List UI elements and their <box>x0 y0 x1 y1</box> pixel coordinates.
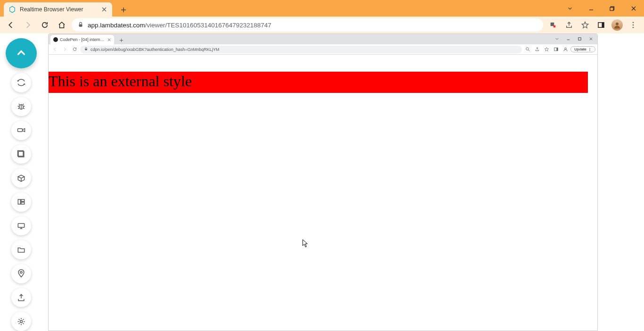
switch-browser-button[interactable] <box>11 73 31 92</box>
remote-forward-button[interactable] <box>60 45 69 54</box>
location-button[interactable] <box>11 264 31 283</box>
svg-rect-15 <box>18 199 20 204</box>
svg-rect-17 <box>21 202 25 204</box>
viewer-area: CodePen - [04] internal-style <box>0 33 644 331</box>
remote-update-button[interactable]: Update <box>570 46 595 52</box>
video-record-button[interactable] <box>11 121 31 140</box>
svg-rect-4 <box>553 25 556 28</box>
remote-toolbar: cdpn.io/pen/debug/xxabGBK?authentication… <box>49 44 597 55</box>
svg-point-8 <box>633 22 634 23</box>
svg-point-7 <box>616 23 619 25</box>
svg-rect-25 <box>556 48 558 50</box>
reload-button[interactable] <box>38 18 52 32</box>
url-text: app.lambdatest.com/viewer/TES10160531401… <box>88 22 537 29</box>
svg-point-9 <box>633 25 634 26</box>
screenshot-button[interactable] <box>11 145 31 164</box>
svg-point-26 <box>564 48 566 50</box>
remote-lock-icon <box>84 47 88 52</box>
device-button[interactable] <box>11 216 31 236</box>
minimize-button[interactable] <box>580 1 602 16</box>
outer-tab-title: Realtime Browser Viewer <box>20 6 97 13</box>
svg-rect-6 <box>602 23 604 28</box>
maximize-button[interactable] <box>602 1 623 16</box>
new-tab-button[interactable] <box>117 3 130 17</box>
remote-close-button[interactable] <box>585 34 596 43</box>
address-bar[interactable]: app.lambdatest.com/viewer/TES10160531401… <box>72 18 543 32</box>
lt-sidebar <box>0 33 42 331</box>
remote-page-content: This is an external style <box>49 55 597 331</box>
remote-zoom-icon[interactable] <box>523 45 532 54</box>
svg-rect-12 <box>18 129 23 132</box>
remote-maximize-button[interactable] <box>574 34 585 43</box>
outer-tab-strip: Realtime Browser Viewer <box>0 0 644 17</box>
remote-new-tab-button[interactable] <box>117 36 125 44</box>
remote-back-button[interactable] <box>50 45 59 54</box>
forward-button[interactable] <box>21 18 35 32</box>
svg-point-20 <box>20 320 23 323</box>
remote-browser-window: CodePen - [04] internal-style <box>48 33 598 331</box>
close-tab-icon[interactable] <box>101 6 107 13</box>
lambdatest-favicon-icon <box>8 6 16 13</box>
remote-tab-dropdown-icon[interactable] <box>551 34 562 43</box>
remote-url-text: cdpn.io/pen/debug/xxabGBK?authentication… <box>91 47 518 52</box>
remote-share-icon[interactable] <box>533 45 541 54</box>
lock-icon <box>77 21 84 29</box>
collapse-sidebar-button[interactable] <box>6 38 37 68</box>
remote-tab-title: CodePen - [04] internal-style <box>60 37 105 42</box>
files-button[interactable] <box>11 240 31 259</box>
svg-point-28 <box>589 49 590 50</box>
menu-icon[interactable] <box>626 18 640 32</box>
extension-icon[interactable] <box>546 18 560 32</box>
side-panel-icon[interactable] <box>594 18 608 32</box>
update-label: Update <box>574 47 586 51</box>
svg-point-27 <box>589 48 590 49</box>
tab-search-dropdown-icon[interactable] <box>559 1 580 16</box>
svg-point-23 <box>526 48 529 50</box>
svg-rect-21 <box>578 37 580 40</box>
svg-rect-16 <box>21 199 25 201</box>
settings-button[interactable] <box>11 312 31 331</box>
svg-point-10 <box>633 27 634 28</box>
share-icon[interactable] <box>562 18 576 32</box>
codepen-favicon-icon <box>53 37 58 42</box>
back-button[interactable] <box>4 18 18 32</box>
remote-minimize-button[interactable] <box>562 34 574 43</box>
outer-browser-tab[interactable]: Realtime Browser Viewer <box>4 2 112 17</box>
outer-toolbar: app.lambdatest.com/viewer/TES10160531401… <box>0 17 644 33</box>
svg-rect-22 <box>85 49 87 50</box>
page-heading: This is an external style <box>49 72 588 93</box>
layout-button[interactable] <box>11 192 31 212</box>
remote-bookmark-icon[interactable] <box>542 45 551 54</box>
remote-profile-icon[interactable] <box>561 45 570 54</box>
bookmark-icon[interactable] <box>578 18 592 32</box>
package-button[interactable] <box>11 168 31 188</box>
remote-close-tab-icon[interactable] <box>107 37 111 42</box>
remote-browser-tab[interactable]: CodePen - [04] internal-style <box>50 35 114 44</box>
svg-point-19 <box>20 272 22 273</box>
svg-point-29 <box>589 50 590 51</box>
bug-report-button[interactable] <box>11 97 31 116</box>
svg-rect-1 <box>610 7 613 10</box>
upload-button[interactable] <box>11 288 31 307</box>
close-window-button[interactable] <box>623 1 644 16</box>
remote-side-panel-icon[interactable] <box>552 45 560 54</box>
svg-rect-18 <box>18 223 24 227</box>
remote-reload-button[interactable] <box>70 45 79 54</box>
remote-address-bar[interactable]: cdpn.io/pen/debug/xxabGBK?authentication… <box>80 46 522 53</box>
profile-avatar[interactable] <box>610 18 624 32</box>
remote-tab-strip: CodePen - [04] internal-style <box>49 34 597 44</box>
svg-rect-2 <box>79 24 83 26</box>
home-button[interactable] <box>55 18 69 32</box>
